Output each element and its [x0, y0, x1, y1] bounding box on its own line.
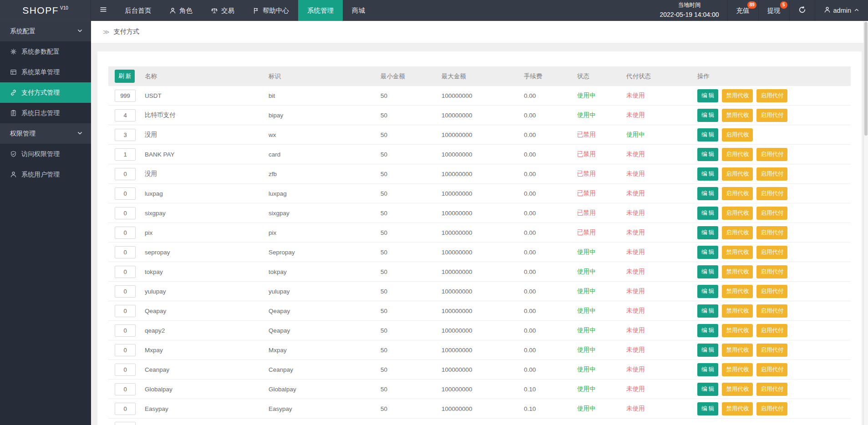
- nav-item-trade[interactable]: 交易: [202, 0, 244, 21]
- sort-input[interactable]: [115, 168, 136, 180]
- sort-input[interactable]: [115, 422, 136, 425]
- sort-input[interactable]: [115, 364, 136, 376]
- recharge-button[interactable]: 充值 89: [727, 0, 758, 21]
- edit-button[interactable]: 编 辑: [697, 344, 718, 357]
- sort-input[interactable]: [115, 207, 136, 219]
- sidebar-group-system-config[interactable]: 系统配置: [0, 21, 91, 41]
- disable-collect-button[interactable]: 禁用代收: [722, 402, 753, 415]
- max-amount: 100000000: [442, 288, 524, 295]
- disable-collect-button[interactable]: 禁用代收: [722, 383, 753, 396]
- sort-input[interactable]: [115, 109, 136, 121]
- edit-button[interactable]: 编 辑: [697, 265, 718, 278]
- vertical-scrollbar[interactable]: [863, 21, 868, 425]
- disable-collect-button[interactable]: 禁用代收: [722, 285, 753, 298]
- disable-collect-button[interactable]: 禁用代收: [722, 89, 753, 102]
- edit-button[interactable]: 编 辑: [697, 285, 718, 298]
- sidebar-item-system-params[interactable]: 系统参数配置: [0, 41, 91, 62]
- enable-payout-button[interactable]: 启用代付: [756, 265, 787, 278]
- enable-collect-button[interactable]: 启用代收: [722, 207, 753, 220]
- enable-payout-button[interactable]: 启用代付: [756, 89, 787, 102]
- refresh-table-button[interactable]: 刷 新: [115, 70, 135, 83]
- disable-collect-button[interactable]: 禁用代收: [722, 109, 753, 122]
- edit-button[interactable]: 编 辑: [697, 109, 718, 122]
- nav-item-roles[interactable]: 角色: [160, 0, 202, 21]
- enable-payout-button[interactable]: 启用代付: [756, 344, 787, 357]
- sort-input[interactable]: [115, 90, 136, 102]
- enable-payout-button[interactable]: 启用代付: [756, 285, 787, 298]
- status-cell: 使用中: [577, 91, 626, 100]
- payment-code: yulupay: [269, 288, 381, 295]
- enable-collect-button[interactable]: 启用代收: [722, 226, 753, 239]
- edit-button[interactable]: 编 辑: [697, 226, 718, 239]
- enable-payout-button[interactable]: 启用代付: [756, 324, 787, 337]
- enable-collect-button[interactable]: 启用代收: [722, 187, 753, 200]
- enable-payout-button[interactable]: 启用代付: [756, 187, 787, 200]
- edit-button[interactable]: 编 辑: [697, 402, 718, 415]
- disable-collect-button[interactable]: 禁用代收: [722, 304, 753, 318]
- edit-button[interactable]: 编 辑: [697, 246, 718, 259]
- enable-collect-button[interactable]: 启用代收: [722, 128, 753, 142]
- disable-collect-button[interactable]: 禁用代收: [722, 265, 753, 278]
- edit-button[interactable]: 编 辑: [697, 89, 718, 102]
- sidebar-toggle-button[interactable]: [91, 0, 116, 21]
- enable-payout-button[interactable]: 启用代付: [756, 207, 787, 220]
- sort-input[interactable]: [115, 246, 136, 258]
- sort-input[interactable]: [115, 383, 136, 395]
- disable-collect-button[interactable]: 禁用代收: [722, 246, 753, 259]
- edit-button[interactable]: 编 辑: [697, 304, 718, 318]
- enable-collect-button[interactable]: 启用代收: [722, 167, 753, 181]
- enable-collect-button[interactable]: 启用代收: [722, 148, 753, 161]
- edit-button[interactable]: 编 辑: [697, 207, 718, 220]
- disable-collect-button[interactable]: 禁用代收: [722, 324, 753, 337]
- enable-payout-button[interactable]: 启用代付: [756, 304, 787, 318]
- sort-input[interactable]: [115, 187, 136, 200]
- enable-payout-button[interactable]: 启用代付: [756, 226, 787, 239]
- sort-input[interactable]: [115, 148, 136, 161]
- payment-code: zfb: [269, 171, 381, 177]
- enable-payout-button[interactable]: 启用代付: [756, 167, 787, 181]
- sidebar-item-payment-methods[interactable]: 支付方式管理: [0, 82, 91, 103]
- sort-input[interactable]: [115, 227, 136, 239]
- sidebar-item-system-logs[interactable]: 系统日志管理: [0, 103, 91, 123]
- enable-payout-button[interactable]: 启用代付: [756, 383, 787, 396]
- nav-item-mall[interactable]: 商城: [343, 0, 374, 21]
- sort-input[interactable]: [115, 285, 136, 298]
- refresh-page-button[interactable]: [789, 0, 815, 21]
- payment-code: Qeapay: [269, 308, 381, 314]
- disable-collect-button[interactable]: 禁用代收: [722, 363, 753, 376]
- edit-button[interactable]: 编 辑: [697, 383, 718, 396]
- edit-button[interactable]: 编 辑: [697, 148, 718, 161]
- scrollbar-thumb[interactable]: [864, 22, 868, 136]
- edit-button[interactable]: 编 辑: [697, 324, 718, 337]
- enable-payout-button[interactable]: 启用代付: [756, 109, 787, 122]
- status-cell: 已禁用: [577, 228, 626, 237]
- min-amount: 50: [381, 327, 442, 334]
- enable-payout-button[interactable]: 启用代付: [756, 363, 787, 376]
- withdraw-button[interactable]: 提现 5: [758, 0, 789, 21]
- nav-item-home[interactable]: 后台首页: [116, 0, 160, 21]
- max-amount: 100000000: [442, 366, 524, 373]
- nav-item-help[interactable]: 帮助中心: [244, 0, 298, 21]
- sort-input[interactable]: [115, 324, 136, 337]
- table-row: sepropaySepropay501000000000.00使用中未使用编 辑…: [108, 243, 851, 262]
- enable-payout-button[interactable]: 启用代付: [756, 148, 787, 161]
- sort-input[interactable]: [115, 266, 136, 278]
- sidebar-group-permissions[interactable]: 权限管理: [0, 123, 91, 144]
- sort-input[interactable]: [115, 305, 136, 317]
- disable-collect-button[interactable]: 禁用代收: [722, 344, 753, 357]
- sidebar-item-system-users[interactable]: 系统用户管理: [0, 164, 91, 185]
- edit-button[interactable]: 编 辑: [697, 187, 718, 200]
- sort-input[interactable]: [115, 344, 136, 356]
- edit-button[interactable]: 编 辑: [697, 167, 718, 181]
- sort-input[interactable]: [115, 403, 136, 415]
- edit-button[interactable]: 编 辑: [697, 128, 718, 142]
- shield-icon: [10, 151, 17, 157]
- sidebar-item-system-menu[interactable]: 系统菜单管理: [0, 62, 91, 82]
- nav-item-system[interactable]: 系统管理: [298, 0, 343, 21]
- user-menu[interactable]: admin: [815, 0, 868, 21]
- enable-payout-button[interactable]: 启用代付: [756, 246, 787, 259]
- sort-input[interactable]: [115, 129, 136, 141]
- enable-payout-button[interactable]: 启用代付: [756, 402, 787, 415]
- sidebar-item-access-rights[interactable]: 访问权限管理: [0, 144, 91, 164]
- edit-button[interactable]: 编 辑: [697, 363, 718, 376]
